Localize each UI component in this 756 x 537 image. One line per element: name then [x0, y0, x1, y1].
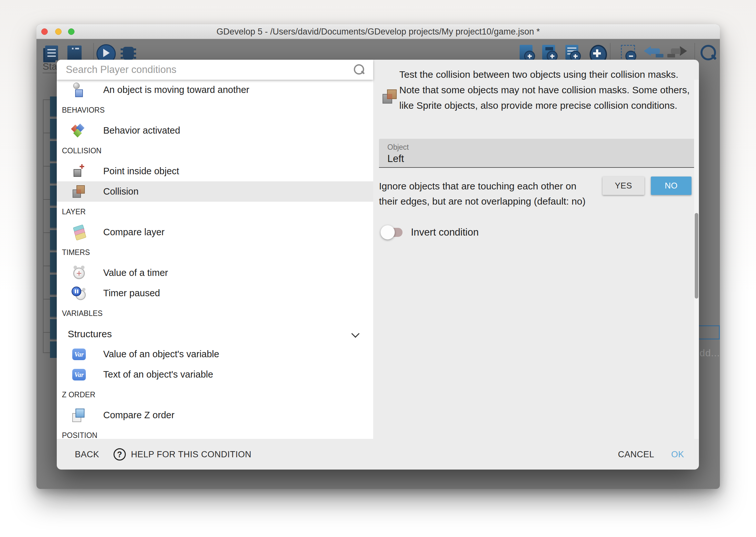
toolbar-divider	[610, 43, 611, 62]
toolbar-divider	[695, 43, 695, 62]
invert-condition-toggle[interactable]	[381, 225, 410, 240]
var-icon	[72, 367, 87, 382]
events-sheet-outline	[43, 100, 51, 353]
condition-item-label: Compare Z order	[103, 410, 174, 421]
back-button[interactable]: BACK	[75, 448, 99, 461]
toggle-thumb	[381, 225, 395, 239]
condition-item-label: An object is moving toward another	[103, 85, 249, 95]
ignore-edges-label: Ignore objects that are touching each ot…	[379, 179, 590, 209]
add-event-icon[interactable]	[518, 44, 535, 62]
condition-item-label: Collision	[103, 186, 139, 197]
minimize-window-button[interactable]	[55, 28, 61, 35]
cancel-button[interactable]: CANCEL	[618, 448, 655, 461]
add-subevent-icon[interactable]	[541, 44, 558, 62]
behavior-icon	[72, 123, 87, 138]
condition-item-label: Behavior activated	[103, 125, 180, 136]
condition-item[interactable]: Behavior activated	[57, 120, 373, 141]
condition-item[interactable]: Text of an object's variable	[57, 364, 373, 385]
help-button[interactable]: ? HELP FOR THIS CONDITION	[114, 448, 251, 461]
scene-tab-label: Sta	[43, 61, 57, 72]
object-field-value: Left	[387, 153, 404, 165]
condition-item-label: Timer paused	[103, 288, 160, 299]
timer-icon	[72, 266, 87, 280]
object-field-label: Object	[387, 143, 409, 152]
ok-button[interactable]: OK	[671, 448, 684, 461]
condition-editor-dialog: An object is moving toward anotherBEHAVI…	[57, 60, 699, 470]
window-title: GDevelop 5 - /Users/david/Documents/GDev…	[36, 24, 720, 39]
condition-item-label: Value of a timer	[103, 268, 168, 278]
condition-item[interactable]: Point inside object	[57, 161, 373, 181]
condition-item-label: Text of an object's variable	[103, 369, 213, 380]
help-icon: ?	[114, 448, 126, 461]
condition-description: Test the collision between two objects u…	[399, 67, 694, 113]
var-icon	[72, 347, 87, 362]
scene-tab-underline	[43, 73, 57, 73]
section-header: TIMERS	[57, 242, 373, 263]
invert-condition-label: Invert condition	[411, 227, 479, 238]
object-moving-icon	[72, 83, 87, 98]
project-manager-icon[interactable]	[43, 44, 59, 62]
scene-editor-icon[interactable]	[65, 44, 82, 62]
close-window-button[interactable]	[41, 28, 48, 35]
toolbar-divider	[93, 43, 94, 62]
add-comment-icon[interactable]	[564, 44, 581, 62]
condition-item[interactable]: Value of an object's variable	[57, 344, 373, 364]
section-header: LAYER	[57, 202, 373, 222]
section-header: VARIABLES	[57, 303, 373, 324]
events-sheet-conditions	[50, 97, 57, 358]
dialog-footer: BACK ? HELP FOR THIS CONDITION CANCEL OK	[57, 439, 699, 470]
collision-icon	[382, 88, 398, 105]
app-window: GDevelop 5 - /Users/david/Documents/GDev…	[36, 24, 720, 489]
zoom-window-button[interactable]	[68, 28, 74, 35]
collision-icon	[72, 184, 87, 199]
zorder-icon	[72, 408, 87, 423]
condition-item-label: Value of an object's variable	[103, 349, 219, 359]
condition-item-label: Point inside object	[103, 166, 179, 177]
search-events-icon[interactable]	[699, 44, 716, 62]
group-row-structures[interactable]: Structures	[57, 324, 373, 344]
section-header: COLLISION	[57, 141, 373, 161]
layer-icon	[72, 225, 87, 240]
play-icon[interactable]	[96, 44, 113, 62]
delete-event-icon[interactable]	[620, 44, 636, 62]
timer-paused-icon	[72, 286, 87, 301]
object-field[interactable]: Object Left	[379, 139, 695, 168]
condition-item[interactable]: Compare layer	[57, 222, 373, 242]
add-circle-icon[interactable]	[588, 44, 605, 62]
group-label: Structures	[68, 329, 112, 340]
condition-item[interactable]: Collision	[57, 181, 373, 202]
search-icon	[354, 64, 365, 75]
condition-item[interactable]: Compare Z order	[57, 405, 373, 425]
undo-icon[interactable]	[644, 44, 661, 62]
section-header: POSITION	[57, 425, 373, 439]
add-button-occluded: dd...	[699, 348, 720, 358]
redo-icon[interactable]	[670, 44, 687, 62]
titlebar: GDevelop 5 - /Users/david/Documents/GDev…	[36, 24, 720, 39]
condition-item[interactable]: Timer paused	[57, 283, 373, 303]
help-button-label: HELP FOR THIS CONDITION	[131, 450, 251, 460]
point-inside-icon	[72, 164, 87, 179]
conditions-list: An object is moving toward anotherBEHAVI…	[57, 80, 373, 439]
condition-item-label: Compare layer	[103, 227, 165, 237]
no-button[interactable]: NO	[651, 177, 692, 195]
search-bar	[57, 60, 373, 80]
yes-button[interactable]: YES	[602, 177, 644, 195]
condition-item[interactable]: Value of a timer	[57, 263, 373, 283]
condition-item[interactable]: An object is moving toward another	[57, 80, 373, 100]
search-input[interactable]	[65, 62, 343, 77]
scrollbar-thumb[interactable]	[695, 213, 698, 299]
list-scrollbar[interactable]	[694, 80, 699, 439]
section-header: BEHAVIORS	[57, 100, 373, 120]
section-header: Z ORDER	[57, 385, 373, 405]
chevron-down-icon	[351, 329, 359, 338]
debug-icon[interactable]	[120, 44, 136, 62]
